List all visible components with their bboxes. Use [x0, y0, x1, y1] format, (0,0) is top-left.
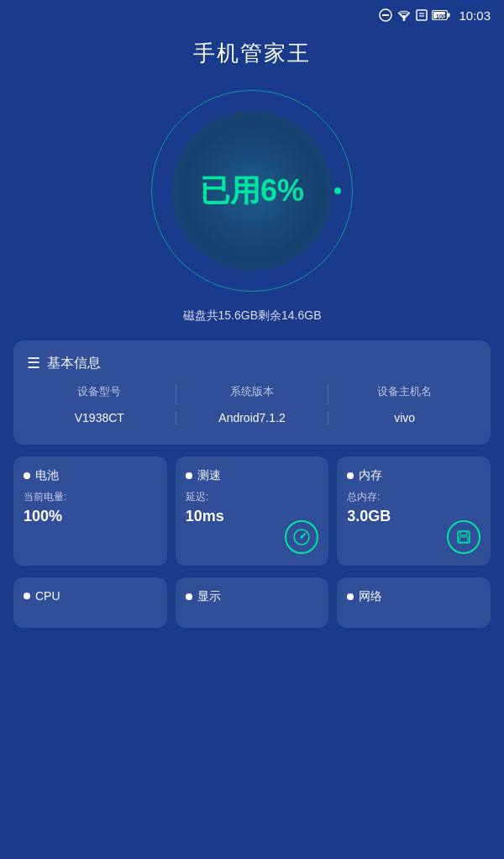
- dnd-icon: [379, 8, 392, 22]
- status-time: 10:03: [459, 8, 491, 23]
- basic-info-card: ☰ 基本信息 设备型号 系统版本 设备主机名 V1938CT Android7.…: [13, 340, 491, 445]
- wifi-icon: [396, 9, 412, 21]
- info-value-0: V1938CT: [27, 411, 172, 424]
- bottom-cpu-header: CPU: [24, 589, 157, 603]
- bottom-network-dot: [347, 593, 354, 600]
- bottom-card-cpu[interactable]: CPU: [13, 577, 167, 628]
- info-value-2: vivo: [332, 411, 477, 424]
- stat-speed-header: 测速: [186, 468, 319, 483]
- bottom-grid: CPU 显示 网络: [13, 577, 491, 628]
- stat-memory-title: 内存: [359, 468, 382, 483]
- status-bar: 100 10:03: [0, 0, 504, 30]
- gauge-wrapper: 已用6%: [151, 90, 353, 292]
- gauge-dot-right: [334, 187, 341, 194]
- info-values-row: V1938CT Android7.1.2 vivo: [27, 411, 477, 424]
- bottom-network-header: 网络: [347, 589, 480, 604]
- info-labels-row: 设备型号 系统版本 设备主机名: [27, 384, 477, 404]
- bottom-cpu-title: CPU: [35, 589, 60, 603]
- bottom-display-title: 显示: [197, 589, 221, 604]
- info-label-text-2: 设备主机名: [332, 384, 477, 399]
- svg-text:100: 100: [436, 13, 446, 19]
- stat-battery-dot: [24, 472, 30, 479]
- stat-battery-value: 100%: [24, 508, 157, 525]
- bottom-card-network[interactable]: 网络: [337, 577, 491, 628]
- svg-point-2: [403, 18, 406, 21]
- svg-rect-3: [417, 10, 427, 20]
- stat-memory-label: 总内存:: [347, 490, 480, 504]
- svg-rect-15: [459, 537, 468, 542]
- gauge-inner-circle: 已用6%: [172, 111, 332, 271]
- stat-battery-label: 当前电量:: [24, 490, 157, 504]
- stat-speed-dot: [186, 472, 192, 479]
- info-value-1: Android7.1.2: [180, 411, 325, 424]
- save-icon: [447, 520, 480, 554]
- info-value-text-0: V1938CT: [27, 411, 172, 424]
- bottom-network-title: 网络: [359, 589, 382, 604]
- svg-point-12: [301, 536, 303, 539]
- svg-rect-7: [448, 13, 450, 18]
- info-label-text-1: 系统版本: [180, 384, 325, 399]
- bottom-card-display[interactable]: 显示: [176, 577, 329, 628]
- info-label-text-0: 设备型号: [27, 384, 172, 399]
- stat-battery-header: 电池: [24, 468, 157, 483]
- info-label-0: 设备型号: [27, 384, 172, 404]
- basic-info-header: ☰ 基本信息: [27, 354, 477, 372]
- battery-icon: 100: [432, 10, 450, 20]
- stat-memory-header: 内存: [347, 468, 480, 483]
- stat-memory-dot: [347, 472, 354, 479]
- basic-info-title: 基本信息: [47, 355, 101, 372]
- stat-card-battery[interactable]: 电池 当前电量: 100%: [13, 456, 167, 566]
- signal-icon: [416, 9, 428, 21]
- stat-card-speed[interactable]: 测速 延迟: 10ms: [176, 456, 329, 566]
- bottom-display-dot: [186, 593, 192, 600]
- stat-speed-label: 延迟:: [186, 490, 319, 504]
- speedometer-icon: [285, 520, 318, 554]
- app-title: 手机管家王: [193, 40, 311, 66]
- status-icons: 100: [379, 8, 450, 22]
- info-label-1: 系统版本: [180, 384, 325, 404]
- stat-card-memory[interactable]: 内存 总内存: 3.0GB: [337, 456, 491, 566]
- gauge-percent-text: 已用6%: [200, 171, 304, 212]
- app-header: 手机管家王: [0, 30, 504, 82]
- stat-battery-title: 电池: [35, 468, 59, 483]
- stats-grid: 电池 当前电量: 100% 测速 延迟: 10ms 内存 总内存: 3.0GB: [13, 456, 491, 566]
- stat-speed-title: 测速: [197, 468, 221, 483]
- info-label-2: 设备主机名: [332, 384, 477, 404]
- bottom-display-header: 显示: [186, 589, 319, 604]
- info-value-text-2: vivo: [332, 411, 477, 424]
- gauge-container: 已用6%: [0, 82, 504, 308]
- disk-info: 磁盘共15.6GB剩余14.6GB: [0, 308, 504, 340]
- info-icon: ☰: [27, 354, 40, 372]
- bottom-cpu-dot: [24, 593, 30, 599]
- info-value-text-1: Android7.1.2: [180, 411, 325, 424]
